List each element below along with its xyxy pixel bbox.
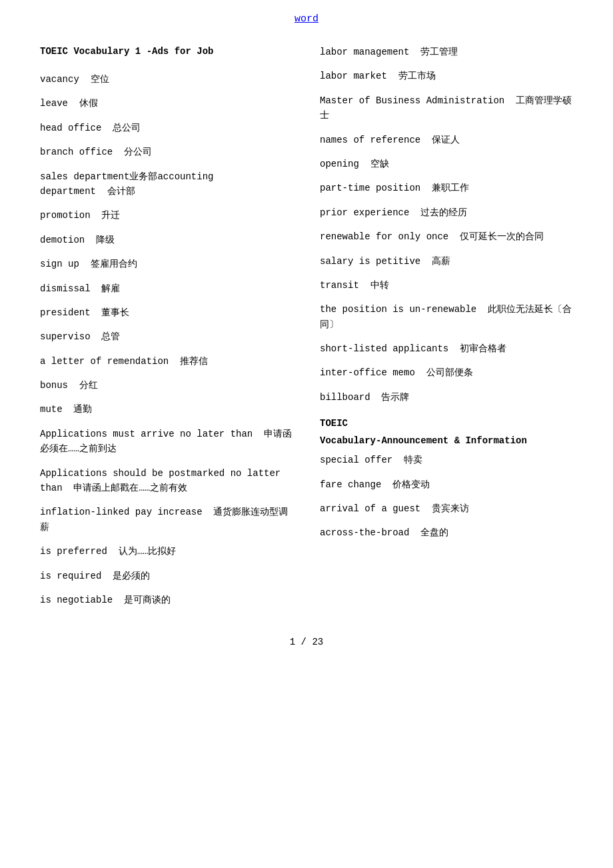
list-item: Applications should be postmarked no lat… bbox=[40, 466, 293, 496]
term: is negotiable bbox=[40, 595, 113, 605]
list-item: is required 是必须的 bbox=[40, 569, 293, 583]
term: short-listed applicants bbox=[320, 343, 448, 354]
list-item: is negotiable 是可商谈的 bbox=[40, 593, 293, 607]
term: transit bbox=[320, 280, 359, 291]
definition: 是可商谈的 bbox=[124, 595, 171, 605]
list-item: dismissal 解雇 bbox=[40, 281, 293, 296]
term: the position is un-renewable bbox=[320, 304, 476, 315]
list-item: superviso 总管 bbox=[40, 329, 293, 344]
list-item: names of reference 保证人 bbox=[320, 133, 573, 147]
term: dismissal bbox=[40, 283, 91, 294]
definition: 认为……比拟好 bbox=[119, 546, 177, 557]
term: bonus bbox=[40, 380, 68, 391]
term: names of reference bbox=[320, 135, 420, 145]
term: inter-office memo bbox=[320, 367, 415, 378]
list-item: inflation-linked pay increase 通货膨胀连动型调薪 bbox=[40, 505, 293, 535]
list-item: part-time position 兼职工作 bbox=[320, 181, 573, 195]
list-item: short-listed applicants 初审合格者 bbox=[320, 341, 573, 356]
list-item: billboard 告示牌 bbox=[320, 390, 573, 405]
term: a letter of remendation bbox=[40, 356, 169, 367]
term: Applications must arrive no later than bbox=[40, 429, 253, 439]
term: mute bbox=[40, 404, 63, 415]
right-section2-title: TOEIC bbox=[320, 418, 573, 429]
term: vacancy bbox=[40, 74, 79, 85]
definition: 价格变动 bbox=[392, 479, 430, 490]
definition: 空缺 bbox=[370, 159, 389, 169]
term: across-the-broad bbox=[320, 527, 409, 538]
list-item: inter-office memo 公司部便条 bbox=[320, 365, 573, 380]
term: branch office bbox=[40, 147, 113, 157]
definition: 初审合格者 bbox=[460, 343, 506, 354]
definition: 中转 bbox=[370, 280, 389, 291]
term: is preferred bbox=[40, 546, 107, 557]
definition: 总管 bbox=[101, 331, 120, 342]
term: prior experience bbox=[320, 207, 409, 218]
list-item: salary is petitive 高薪 bbox=[320, 254, 573, 269]
right-column: labor management 劳工管理labor market 劳工市场Ma… bbox=[306, 45, 573, 617]
term: promotion bbox=[40, 210, 91, 221]
list-item: mute 通勤 bbox=[40, 402, 293, 417]
list-item: demotion 降级 bbox=[40, 233, 293, 247]
term: demotion bbox=[40, 235, 85, 245]
left-section-title: TOEIC Vocabulary 1 -Ads for Job bbox=[40, 45, 293, 59]
list-item: promotion 升迁 bbox=[40, 208, 293, 223]
term: labor market bbox=[320, 71, 387, 81]
term: part-time position bbox=[320, 183, 420, 193]
definition: 签雇用合约 bbox=[91, 259, 137, 269]
definition: 劳工管理 bbox=[420, 47, 458, 57]
list-item: president 董事长 bbox=[40, 305, 293, 320]
content-wrapper: TOEIC Vocabulary 1 -Ads for Job vacancy … bbox=[40, 45, 573, 617]
list-item: the position is un-renewable 此职位无法延长〔合同〕 bbox=[320, 302, 573, 332]
list-item: labor market 劳工市场 bbox=[320, 69, 573, 83]
term: billboard bbox=[320, 392, 370, 403]
definition: 总公司 bbox=[113, 123, 141, 133]
definition: 仅可延长一次的合同 bbox=[460, 231, 544, 242]
list-item: vacancy 空位 bbox=[40, 72, 293, 87]
definition: 劳工市场 bbox=[398, 71, 436, 81]
term: inflation-linked pay increase bbox=[40, 507, 203, 517]
term: is required bbox=[40, 571, 101, 581]
term: opening bbox=[320, 159, 359, 169]
list-item: head office 总公司 bbox=[40, 121, 293, 135]
right-entries-container: labor management 劳工管理labor market 劳工市场Ma… bbox=[320, 45, 573, 405]
definition: 贵宾来访 bbox=[432, 503, 469, 514]
list-item: transit 中转 bbox=[320, 278, 573, 293]
definition: 保证人 bbox=[432, 135, 460, 145]
definition: 高薪 bbox=[432, 256, 450, 267]
definition: 降级 bbox=[96, 235, 115, 245]
definition: 解雇 bbox=[101, 283, 120, 294]
definition: 董事长 bbox=[101, 307, 129, 318]
list-item: Master of Business Administration 工商管理学硕… bbox=[320, 93, 573, 123]
list-item: arrival of a guest 贵宾来访 bbox=[320, 501, 573, 516]
list-item: across-the-broad 全盘的 bbox=[320, 525, 573, 540]
definition: 告示牌 bbox=[381, 392, 409, 403]
list-item: sales department业务部accounting department… bbox=[40, 169, 293, 199]
term: president bbox=[40, 307, 91, 318]
list-item: labor management 劳工管理 bbox=[320, 45, 573, 59]
term: leave bbox=[40, 98, 68, 109]
term: salary is petitive bbox=[320, 256, 420, 267]
term: fare change bbox=[320, 479, 381, 490]
list-item: opening 空缺 bbox=[320, 157, 573, 171]
definition: 特卖 bbox=[404, 455, 422, 465]
term: sign up bbox=[40, 259, 79, 269]
definition: 兼职工作 bbox=[432, 183, 469, 193]
list-item: leave 休假 bbox=[40, 96, 293, 111]
left-column: TOEIC Vocabulary 1 -Ads for Job vacancy … bbox=[40, 45, 306, 617]
definition: 升迁 bbox=[101, 210, 120, 221]
definition: 通勤 bbox=[73, 404, 92, 415]
definition: 全盘的 bbox=[420, 527, 448, 538]
list-item: branch office 分公司 bbox=[40, 145, 293, 159]
list-item: a letter of remendation 推荐信 bbox=[40, 354, 293, 369]
definition: 推荐信 bbox=[180, 356, 208, 367]
definition: 空位 bbox=[91, 74, 109, 85]
title-link[interactable]: word bbox=[295, 13, 318, 25]
right-entries2-container: special offer 特卖fare change 价格变动arrival … bbox=[320, 453, 573, 541]
term: superviso bbox=[40, 331, 91, 342]
term: labor management bbox=[320, 47, 409, 57]
definition: 分红 bbox=[79, 380, 98, 391]
definition: 过去的经历 bbox=[420, 207, 467, 218]
definition: 是必须的 bbox=[113, 571, 150, 581]
page-footer: 1 / 23 bbox=[40, 637, 573, 647]
list-item: renewable for only once 仅可延长一次的合同 bbox=[320, 229, 573, 244]
